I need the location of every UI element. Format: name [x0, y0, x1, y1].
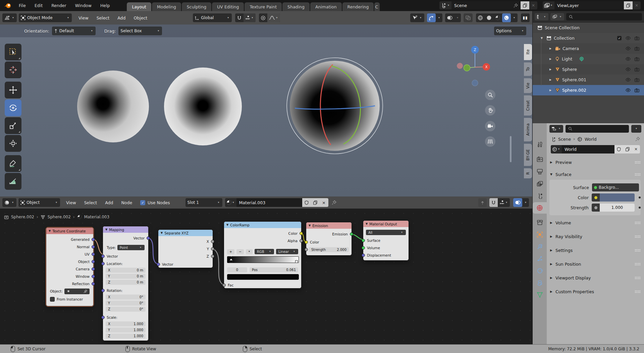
collection-exclude-checkbox[interactable]: ✓: [617, 36, 622, 40]
shader-node-editor[interactable]: Sphere.002 › Sphere.002 › Material.003 ▼…: [0, 209, 532, 344]
viewport-3d[interactable]: Orientation: Default ▾ Drag: Select Box …: [0, 25, 532, 196]
location-z-field[interactable]: Z0 m: [106, 280, 146, 285]
disclosure-icon[interactable]: ▶: [548, 78, 553, 81]
outliner-row-camera[interactable]: ▶ Camera: [533, 43, 644, 54]
disable-render-camera-icon[interactable]: [635, 57, 639, 61]
viewlayer-remove-button[interactable]: ×: [633, 1, 641, 9]
outliner-search-input[interactable]: [566, 13, 642, 20]
socket-camera[interactable]: [92, 267, 95, 271]
node-overlays-toggle[interactable]: [513, 198, 522, 207]
outliner-filter-dropdown[interactable]: ▾: [550, 13, 564, 20]
panel-viewport-display[interactable]: ▶ Viewport Display: [547, 273, 644, 282]
material-name-field[interactable]: Material.003: [236, 198, 302, 207]
scale-z-field[interactable]: Z1.000: [106, 334, 146, 339]
panel-sun-position[interactable]: ▶ Sun Position: [547, 259, 644, 269]
hide-eye-icon[interactable]: [626, 78, 631, 82]
animate-decorator[interactable]: [639, 207, 641, 209]
location-y-field[interactable]: Y0 m: [106, 274, 146, 279]
hide-eye-icon[interactable]: [626, 47, 631, 50]
disclosure-icon[interactable]: ▶: [548, 68, 553, 71]
pin-icon[interactable]: [514, 3, 518, 8]
shader-menu-select[interactable]: Select: [80, 200, 101, 205]
workspace-tab-modeling[interactable]: Modeling: [152, 2, 181, 11]
viewlayer-new-button[interactable]: [624, 1, 633, 9]
viewport-menu-view[interactable]: View: [74, 15, 93, 20]
node-material-output[interactable]: ▼Material Output All▾ Surface Volume Dis…: [363, 220, 409, 261]
color-ramp-gradient[interactable]: [227, 256, 299, 263]
menu-window[interactable]: Window: [71, 3, 96, 8]
sidebar-tab-tool[interactable]: To: [524, 62, 532, 76]
ramp-remove-button[interactable]: −: [236, 249, 244, 254]
shading-material-icon[interactable]: [493, 13, 502, 22]
proportional-editing-icon[interactable]: [259, 13, 267, 22]
tool-measure[interactable]: [5, 173, 21, 190]
shader-menu-node[interactable]: Node: [117, 200, 136, 205]
disclosure-icon[interactable]: ▶: [548, 47, 553, 50]
shading-rendered-icon[interactable]: [502, 13, 511, 22]
disclosure-icon[interactable]: ▶: [548, 89, 553, 92]
collapse-icon[interactable]: ▼: [309, 224, 311, 227]
socket-vector-in[interactable]: [157, 263, 160, 266]
drag-grip-icon[interactable]: [635, 290, 641, 293]
drag-grip-icon[interactable]: [635, 161, 641, 164]
panel-settings[interactable]: ▶ Settings: [547, 246, 644, 255]
scene-browse-button[interactable]: ▾: [439, 1, 451, 9]
sidebar-tab-view[interactable]: Vie: [524, 78, 532, 93]
disable-render-camera-icon[interactable]: [635, 36, 639, 40]
tool-select-box[interactable]: [5, 44, 21, 60]
collapse-icon[interactable]: ▼: [226, 223, 228, 226]
workspace-tab-partial[interactable]: C: [374, 2, 380, 11]
workspace-tab-shading[interactable]: Shading: [282, 2, 310, 11]
menu-edit[interactable]: Edit: [30, 3, 47, 8]
blender-logo-icon[interactable]: [0, 3, 14, 8]
node-mapping[interactable]: ▼Mapping Vector Type: Point▾ Vector Loca…: [103, 226, 149, 341]
pan-hand-button[interactable]: [485, 105, 495, 116]
color-swatch[interactable]: [600, 193, 635, 202]
socket-rotation[interactable]: [101, 289, 105, 292]
socket-displacement[interactable]: [362, 254, 365, 257]
viewlayer-browse-button[interactable]: ▾: [543, 1, 554, 9]
viewport-menu-select[interactable]: Select: [93, 15, 114, 20]
node-emission[interactable]: ▼Emission Emission Color Strength2.000: [306, 222, 352, 256]
snap-target-dropdown[interactable]: ▾: [244, 13, 256, 22]
ramp-interpolation-dropdown[interactable]: Linear▾: [276, 249, 298, 254]
node-snap-target-dropdown[interactable]: ▾: [498, 198, 510, 207]
ramp-add-button[interactable]: +: [227, 249, 234, 254]
shading-wireframe-icon[interactable]: [476, 13, 485, 22]
drag-dropdown[interactable]: Select Box ▾: [118, 27, 162, 35]
drag-grip-icon[interactable]: [635, 235, 641, 238]
scene-name-field[interactable]: Scene: [451, 1, 521, 9]
slot-dropdown[interactable]: Slot 1 ▾: [185, 198, 222, 207]
orthographic-toggle-button[interactable]: [485, 136, 495, 147]
panel-volume[interactable]: ▶ Volume: [547, 218, 644, 227]
tab-output[interactable]: [533, 166, 547, 177]
socket-color-out[interactable]: [300, 232, 303, 235]
hide-eye-icon[interactable]: [626, 57, 631, 61]
tool-rotate[interactable]: [5, 99, 21, 116]
shader-menu-add[interactable]: Add: [101, 200, 117, 205]
strength-widget[interactable]: 1.000: [592, 204, 635, 212]
menu-render[interactable]: Render: [47, 3, 71, 8]
scene-unlink-button[interactable]: ×: [529, 1, 537, 9]
pin-icon[interactable]: [635, 137, 640, 141]
menu-help[interactable]: Help: [96, 3, 114, 8]
collapse-icon[interactable]: ▼: [161, 231, 163, 234]
disable-render-camera-icon[interactable]: [635, 78, 639, 82]
shader-editor-type-button[interactable]: ▾: [2, 198, 16, 207]
world-unlink-button[interactable]: ×: [632, 145, 640, 153]
gizmos-dropdown[interactable]: ▾: [436, 13, 442, 22]
from-instancer-checkbox[interactable]: From Instancer: [46, 296, 93, 302]
scale-x-field[interactable]: X1.000: [106, 321, 146, 326]
orientation-dropdown[interactable]: Default ▾: [52, 27, 96, 35]
emission-strength-field[interactable]: Strength2.000: [309, 247, 349, 252]
sidebar-tab-animation[interactable]: Anima: [524, 118, 532, 141]
panel-custom-properties[interactable]: ▶ Custom Properties: [547, 287, 644, 296]
world-fake-user-button[interactable]: [614, 145, 623, 153]
properties-filter-button[interactable]: ▾: [631, 125, 641, 133]
workspace-tab-animation[interactable]: Animation: [310, 2, 342, 11]
location-x-field[interactable]: X0 m: [106, 268, 146, 273]
socket-vector-out[interactable]: [147, 236, 150, 240]
socket-color-in[interactable]: [305, 240, 308, 244]
node-texture-coordinate[interactable]: ▼Texture Coordinate Generated Normal UV …: [46, 227, 94, 306]
workspace-tab-sculpting[interactable]: Sculpting: [182, 2, 211, 11]
